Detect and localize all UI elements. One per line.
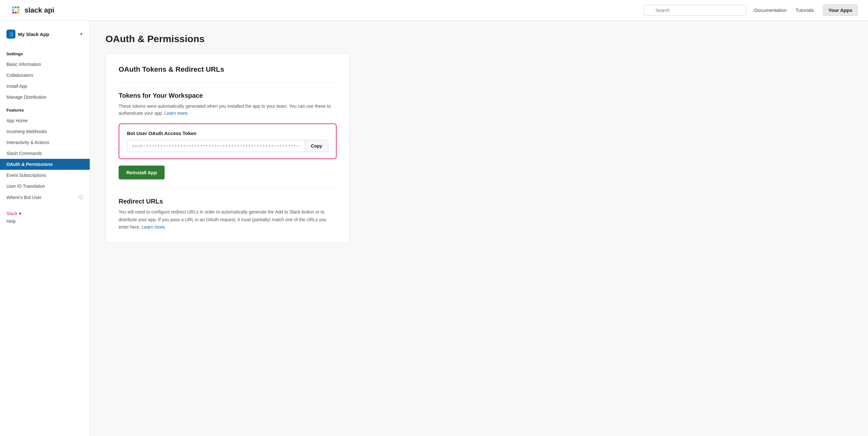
token-label: Bot User OAuth Access Token	[127, 130, 328, 136]
page-title: OAuth & Permissions	[105, 33, 852, 44]
content-card: OAuth Tokens & Redirect URLs Tokens for …	[105, 53, 350, 243]
svg-rect-6	[15, 11, 17, 13]
sidebar-item-oauth-permissions[interactable]: OAuth & Permissions	[0, 159, 90, 170]
sidebar-item-install-app[interactable]: Install App	[0, 81, 90, 92]
svg-rect-7	[12, 11, 14, 13]
svg-rect-0	[12, 9, 14, 11]
help-link[interactable]: Help	[6, 219, 83, 224]
workspace-description: These tokens were automatically generate…	[119, 102, 337, 117]
token-box: Bot User OAuth Access Token Copy	[119, 123, 337, 159]
header: slack api 🔍 Documentation Tutorials Your…	[0, 0, 868, 21]
section-divider-2	[119, 188, 337, 189]
token-input[interactable]	[127, 140, 305, 151]
logo-text: slack api	[25, 6, 54, 14]
svg-rect-3	[18, 6, 19, 8]
page-layout: 📘 My Slack App ▼ Settings Basic Informat…	[0, 21, 868, 436]
sidebar-item-user-id-translation[interactable]: User ID Translation	[0, 181, 90, 192]
search-input[interactable]	[644, 5, 746, 16]
sidebar-item-event-subscriptions[interactable]: Event Subscriptions	[0, 170, 90, 181]
redirect-description: You will need to configure redirect URLs…	[119, 208, 337, 231]
sidebar-item-wheres-bot-user[interactable]: Where's Bot User ⓘ	[0, 192, 90, 203]
help-circle-icon: ⓘ	[79, 194, 83, 200]
sidebar-item-interactivity[interactable]: Interactivity & Actions	[0, 137, 90, 148]
main-content: OAuth & Permissions OAuth Tokens & Redir…	[90, 21, 868, 436]
svg-rect-1	[12, 6, 14, 8]
workspace-subsection-title: Tokens for Your Workspace	[119, 92, 337, 99]
slack-logo-icon	[10, 4, 22, 16]
app-name: My Slack App	[18, 32, 77, 37]
sidebar-footer: Slack ♥ Help	[0, 203, 90, 224]
sidebar-item-manage-distribution[interactable]: Manage Distribution	[0, 92, 90, 102]
features-section-label: Features	[0, 102, 90, 115]
chevron-down-icon: ▼	[80, 32, 83, 36]
sidebar-item-collaborators[interactable]: Collaborators	[0, 70, 90, 81]
logo: slack api	[10, 4, 54, 16]
search-wrapper: 🔍	[644, 5, 746, 16]
redirect-learn-more-link[interactable]: Learn more.	[142, 224, 166, 229]
header-nav: Documentation Tutorials Your Apps	[754, 4, 858, 16]
sidebar-item-basic-information[interactable]: Basic Information	[0, 59, 90, 70]
app-icon: 📘	[6, 30, 16, 39]
slack-heart: Slack ♥	[6, 211, 83, 216]
sidebar-item-slash-commands[interactable]: Slash Commands	[0, 148, 90, 159]
app-selector[interactable]: 📘 My Slack App ▼	[0, 30, 90, 46]
redirect-section-title: Redirect URLs	[119, 198, 337, 205]
svg-rect-2	[15, 6, 17, 8]
your-apps-button[interactable]: Your Apps	[823, 4, 858, 16]
token-input-row: Copy	[127, 140, 328, 152]
reinstall-app-button[interactable]: Reinstall App	[119, 165, 164, 179]
tokens-section-title: OAuth Tokens & Redirect URLs	[119, 65, 337, 74]
nav-documentation[interactable]: Documentation	[754, 7, 787, 13]
svg-rect-4	[18, 9, 19, 11]
sidebar: 📘 My Slack App ▼ Settings Basic Informat…	[0, 21, 90, 436]
workspace-learn-more-link[interactable]: Learn more.	[164, 111, 188, 116]
sidebar-item-incoming-webhooks[interactable]: Incoming Webhooks	[0, 126, 90, 137]
section-divider-1	[119, 83, 337, 83]
sidebar-item-app-home[interactable]: App Home	[0, 115, 90, 126]
copy-button[interactable]: Copy	[305, 140, 328, 152]
svg-rect-5	[18, 11, 19, 13]
nav-tutorials[interactable]: Tutorials	[796, 7, 814, 13]
settings-section-label: Settings	[0, 46, 90, 59]
